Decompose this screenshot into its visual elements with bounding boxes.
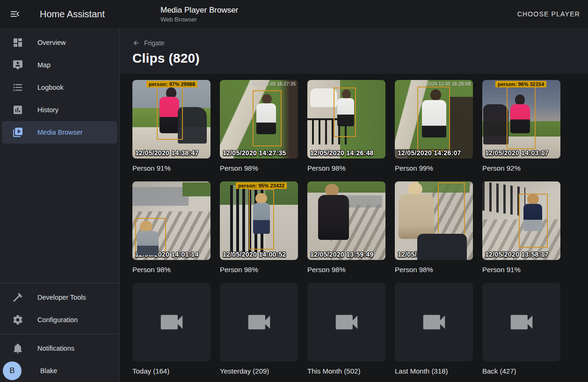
clip-card[interactable]: person: 97% 29988 12/05/2020 14:38:47 Pe… [132,80,211,172]
clip-card[interactable]: 12/05/2020 14:26:48 Person 98% [307,80,385,172]
panel-subtitle: Web Browser [160,15,238,23]
detection-label: person: 96% 32154 [495,81,546,87]
user-avatar: B [3,361,22,380]
clip-timestamp: 12/05/2020 14:38:47 [135,149,199,157]
sidebar-item-label: Configuration [37,316,78,324]
folder-caption: Today (164) [132,367,211,375]
media-browser-header: Frigate Clips (820) [120,28,588,74]
sidebar-item-label: Notifications [37,345,74,352]
clip-card[interactable]: 2020-12-05 16:27:35 12/05/2020 14:27:35 … [220,80,298,172]
sidebar-item-label: Map [37,61,51,69]
folder-thumbnail [307,283,385,361]
video-camera-icon [507,308,536,337]
breadcrumb-back[interactable]: Frigate [132,39,165,47]
sidebar-item-notifications[interactable]: Notifications [2,337,117,360]
sidebar-item-profile[interactable]: B Blake [2,360,117,382]
dashboard-icon [12,37,23,48]
clip-timestamp: 12/05/2020 13:58:17 [485,251,549,258]
clip-timestamp: 12/05/2020 14:27:35 [223,149,286,157]
folder-thumbnail [395,283,473,361]
bell-icon [12,343,23,354]
clip-timestamp: 12/05/2020 14:26:48 [310,149,374,157]
panel-title-block: Media Player Browser Web Browser [160,5,238,23]
clip-thumbnail: person: 95% 23432 12/05/2020 14:00:52 [220,181,298,260]
user-name: Blake [40,367,57,375]
detection-bounding-box [334,87,356,137]
sidebar-item-history[interactable]: History [2,99,117,121]
sidebar-item-label: History [37,106,58,114]
sidebar: Overview Map Logbook History Media Brows… [0,28,120,382]
clip-thumbnail: 12/05/2020 13:58:17 [482,181,560,260]
sidebar-item-developer-tools[interactable]: Developer Tools [2,286,117,309]
sidebar-item-overview[interactable]: Overview [2,31,117,54]
clip-card[interactable]: 12/05/2020 13:58:30 Person 98% [395,181,473,274]
app-title: Home Assistant [40,9,105,20]
clip-timestamp: 12/05/2020 14:03:17 [485,149,549,157]
page-title: Clips (820) [132,51,588,66]
folder-thumbnail [132,283,211,361]
sidebar-item-logbook[interactable]: Logbook [2,76,117,99]
clip-timestamp: 12/05/2020 14:00:52 [223,251,286,258]
sidebar-item-configuration[interactable]: Configuration [2,309,117,331]
sidebar-item-media-browser[interactable]: Media Browser [2,121,117,144]
detection-label: person: 97% 29988 [146,81,197,87]
video-camera-icon [157,308,186,337]
clip-caption: Person 98% [395,266,473,274]
clip-thumbnail: 12/05/2020 14:01:14 [132,181,211,260]
arrow-left-icon [132,39,140,47]
media-folder-card[interactable]: Last Month (318) [395,283,473,375]
clip-caption: Person 98% [220,164,298,172]
clip-thumbnail: person: 97% 29988 12/05/2020 14:38:47 [132,80,211,159]
media-grid: person: 97% 29988 12/05/2020 14:38:47 Pe… [120,74,588,375]
camera-osd-timestamp: 2020-12-05 16:27:35 [252,81,296,86]
detection-bounding-box [507,86,536,149]
clip-card[interactable]: person: 95% 23432 12/05/2020 14:00:52 Pe… [220,181,298,274]
hammer-icon [12,292,23,303]
clip-card[interactable]: 2020-12-05 16:26:08 12/05/2020 14:26:07 … [395,80,473,172]
map-account-icon [12,59,23,71]
clip-thumbnail: 12/05/2020 14:26:48 [307,80,385,159]
video-camera-icon [245,308,274,337]
clip-caption: Person 99% [395,164,473,172]
scene-prop [279,80,298,159]
clip-caption: Person 91% [482,266,560,274]
detection-bounding-box [157,85,183,140]
choose-player-button[interactable]: CHOOSE PLAYER [514,7,584,22]
clip-caption: Person 91% [132,164,211,172]
app-header: Home Assistant Media Player Browser Web … [0,0,588,28]
detection-label: person: 95% 23432 [236,182,287,189]
clip-card[interactable]: 12/05/2020 14:01:14 Person 98% [132,181,211,274]
panel-title: Media Player Browser [160,5,238,15]
clip-thumbnail: 12/05/2020 13:59:49 [307,181,385,260]
sidebar-item-map[interactable]: Map [2,54,117,76]
folder-caption: Yesterday (209) [220,367,298,375]
menu-toggle-button[interactable] [9,8,21,20]
clip-card[interactable]: person: 96% 32154 12/05/2020 14:03:17 Pe… [482,80,560,172]
media-browser-play-icon [12,127,23,138]
media-folder-card[interactable]: Yesterday (209) [220,283,298,375]
sidebar-item-label: Logbook [37,84,64,91]
clip-thumbnail: 2020-12-05 16:27:35 12/05/2020 14:27:35 [220,80,298,159]
clip-card[interactable]: 12/05/2020 13:58:17 Person 91% [482,181,560,274]
clip-caption: Person 92% [482,164,560,172]
folder-caption: Last Month (318) [395,367,473,375]
clip-thumbnail: 2020-12-05 16:26:08 12/05/2020 14:26:07 [395,80,473,159]
sidebar-divider [0,334,119,334]
clip-caption: Person 98% [220,266,298,274]
sidebar-header: Home Assistant [0,8,120,20]
media-browser-panel: Frigate Clips (820) person: 97% 29988 12… [120,28,588,382]
camera-osd-timestamp: 2020-12-05 16:26:08 [427,81,471,86]
breadcrumb-label: Frigate [144,39,165,47]
media-folder-card[interactable]: Today (164) [132,283,211,375]
clip-thumbnail: 12/05/2020 13:58:30 [395,181,473,260]
media-folder-card[interactable]: Back (427) [482,283,560,375]
toolbar: Media Player Browser Web Browser CHOOSE … [120,5,588,23]
media-folder-card[interactable]: This Month (502) [307,283,385,375]
clip-card[interactable]: 12/05/2020 13:59:49 Person 98% [307,181,385,274]
video-camera-icon [332,308,361,337]
sidebar-item-label: Developer Tools [37,294,86,301]
folder-caption: This Month (502) [307,367,385,375]
clip-caption: Person 98% [307,164,385,172]
sidebar-spacer [0,144,119,280]
sidebar-divider [0,283,119,283]
